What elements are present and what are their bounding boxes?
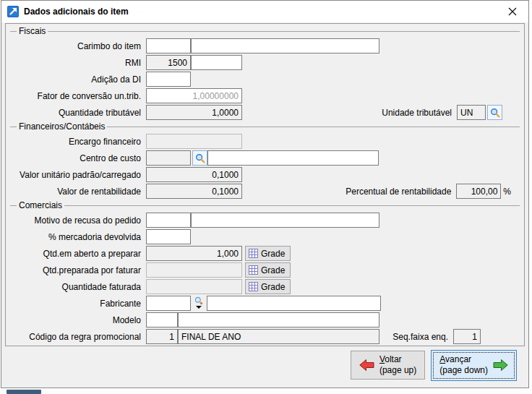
fator-conversao-row: Fator de conversão un.trib. 1,00000000 xyxy=(10,88,520,103)
centro-custo-desc-field xyxy=(207,150,379,166)
avancar-button[interactable]: Avançar (page down) xyxy=(431,350,517,381)
comerciais-legend: Comerciais xyxy=(10,200,520,211)
close-icon xyxy=(508,7,517,16)
mercadoria-devolvida-row: % mercadoria devolvida xyxy=(10,229,520,244)
qtd-aberto-grade-button[interactable]: Grade xyxy=(245,246,291,261)
qtd-preparada-grade-button[interactable]: Grade xyxy=(245,262,291,278)
modelo-desc-field xyxy=(178,312,379,327)
close-button[interactable] xyxy=(496,1,528,22)
magnifier-icon xyxy=(195,153,205,163)
mercadoria-devolvida-input[interactable] xyxy=(146,229,191,244)
form-panel: Fiscais Carimbo do item RMI 1500 Adição … xyxy=(5,23,525,346)
seq-faixa-group: Seq.faixa enq. 1 xyxy=(392,329,481,344)
rmi-label: RMI xyxy=(10,58,146,68)
rmi-extra-input[interactable] xyxy=(191,55,242,70)
legend-line xyxy=(64,205,520,206)
qtd-preparada-row: Qtd.preparada por faturar Grade xyxy=(10,262,520,278)
fiscais-legend: Fiscais xyxy=(10,26,520,37)
percent-suffix: % xyxy=(501,187,511,197)
qtd-faturada-grade-button[interactable]: Grade xyxy=(245,279,291,294)
centro-custo-code-field xyxy=(146,150,191,166)
grid-icon xyxy=(249,265,258,275)
voltar-button[interactable]: Voltar (page up) xyxy=(351,351,425,380)
chevron-down-icon xyxy=(196,306,202,309)
financeiros-legend-label: Financeiros/Contábeis xyxy=(17,121,107,133)
valor-unitario-label: Valor unitário padrão/carregado xyxy=(10,170,146,180)
legend-line xyxy=(48,31,520,32)
carimbo-item-desc-field xyxy=(191,38,379,53)
encargo-field xyxy=(146,134,242,149)
unidade-tributavel-field: UN xyxy=(457,105,486,120)
dialog-window: Dados adicionais do item Fiscais Carimbo… xyxy=(1,0,529,388)
taskbar-fragment xyxy=(7,390,41,394)
modelo-input[interactable] xyxy=(146,312,178,327)
seq-faixa-field: 1 xyxy=(453,329,481,344)
app-chart-arrow-icon xyxy=(7,6,20,17)
seq-faixa-label: Seq.faixa enq. xyxy=(392,332,453,342)
qtd-tributavel-field: 1,0000 xyxy=(146,105,242,120)
adicao-di-row: Adição da DI xyxy=(10,72,520,87)
mercadoria-devolvida-label: % mercadoria devolvida xyxy=(10,232,146,242)
qtd-faturada-field xyxy=(146,279,242,294)
centro-custo-lookup-button[interactable] xyxy=(192,150,207,166)
fabricante-input[interactable] xyxy=(146,296,191,311)
avancar-button-sub: (page down) xyxy=(439,365,488,376)
percentual-rentabilidade-field: 100,00 xyxy=(456,184,501,199)
fiscais-legend-label: Fiscais xyxy=(17,26,48,38)
fabricante-label: Fabricante xyxy=(10,299,146,309)
window-title: Dados adicionais do item xyxy=(24,7,129,17)
financeiros-section: Financeiros/Contábeis Encargo financeiro… xyxy=(10,121,520,199)
valor-rentabilidade-label: Valor de rentabilidade xyxy=(10,187,146,197)
fator-conversao-field: 1,00000000 xyxy=(146,88,242,103)
modelo-row: Modelo xyxy=(10,312,520,327)
voltar-button-text: Voltar (page up) xyxy=(379,354,416,376)
qtd-faturada-row: Quantidade faturada Grade xyxy=(10,279,520,294)
motivo-recusa-input[interactable] xyxy=(146,213,191,228)
fiscais-section: Fiscais Carimbo do item RMI 1500 Adição … xyxy=(10,26,520,120)
regra-promocional-code-field: 1 xyxy=(146,329,178,344)
grid-icon xyxy=(249,282,258,291)
arrow-left-red-icon xyxy=(359,359,374,371)
grade-button-label: Grade xyxy=(261,282,285,292)
percentual-rentabilidade-group: Percentual de rentabilidade 100,00 % xyxy=(346,184,511,199)
rmi-row: RMI 1500 xyxy=(10,55,520,70)
percentual-rentabilidade-label: Percentual de rentabilidade xyxy=(346,187,456,197)
legend-line xyxy=(107,127,520,127)
unidade-tributavel-lookup-button[interactable] xyxy=(487,105,502,120)
centro-custo-label: Centro de custo xyxy=(10,153,146,163)
valor-rentabilidade-row: Valor de rentabilidade 0,1000 Percentual… xyxy=(10,184,520,199)
arrow-right-green-icon xyxy=(493,359,508,371)
valor-unitario-row: Valor unitário padrão/carregado 0,1000 xyxy=(10,167,520,182)
motivo-recusa-row: Motivo de recusa do pedido xyxy=(10,213,520,228)
adicao-di-label: Adição da DI xyxy=(10,74,146,85)
regra-promocional-row: Código da regra promocional 1 FINAL DE A… xyxy=(10,329,520,344)
avancar-button-title: Avançar xyxy=(439,354,488,365)
magnifier-icon xyxy=(490,108,500,118)
motivo-recusa-desc-field xyxy=(191,213,379,228)
qtd-aberto-field: 1,000 xyxy=(146,246,242,261)
fabricante-lookup-button[interactable] xyxy=(192,296,205,311)
legend-line xyxy=(10,31,17,32)
unidade-tributavel-label: Unidade tributável xyxy=(382,108,457,118)
qtd-preparada-label: Qtd.preparada por faturar xyxy=(10,265,146,275)
grid-icon xyxy=(249,249,258,258)
qtd-aberto-row: Qtd.em aberto a preparar 1,000 Grade xyxy=(10,246,520,261)
unidade-tributavel-group: Unidade tributável UN xyxy=(382,105,502,120)
regra-promocional-desc-field: FINAL DE ANO xyxy=(178,329,379,344)
qtd-aberto-label: Qtd.em aberto a preparar xyxy=(10,249,146,259)
voltar-button-title: Voltar xyxy=(379,354,416,365)
legend-line xyxy=(10,205,17,206)
carimbo-item-row: Carimbo do item xyxy=(10,38,520,53)
fabricante-row: Fabricante xyxy=(10,296,520,311)
titlebar: Dados adicionais do item xyxy=(1,1,528,22)
motivo-recusa-label: Motivo de recusa do pedido xyxy=(10,215,146,226)
legend-line xyxy=(10,127,17,127)
avancar-button-text: Avançar (page down) xyxy=(439,354,488,376)
carimbo-item-input[interactable] xyxy=(146,38,191,53)
comerciais-section: Comerciais Motivo de recusa do pedido % … xyxy=(10,200,520,344)
adicao-di-input[interactable] xyxy=(146,72,191,87)
comerciais-legend-label: Comerciais xyxy=(17,200,64,212)
button-bar: Voltar (page up) Avançar (page down) xyxy=(1,348,528,382)
centro-custo-row: Centro de custo xyxy=(10,150,520,166)
encargo-row: Encargo financeiro xyxy=(10,134,520,149)
